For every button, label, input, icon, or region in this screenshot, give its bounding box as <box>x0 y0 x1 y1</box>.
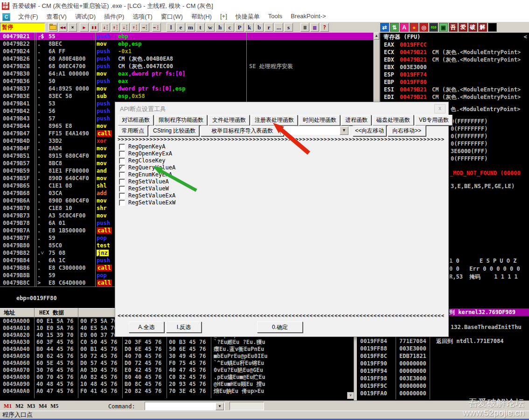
checkbox-row-RegOpenKeyExA[interactable]: RegOpenKeyExA <box>119 150 175 157</box>
checkbox-row-RegSetValueW[interactable]: RegSetValueW <box>119 185 175 192</box>
disasm-row[interactable]: 00479B30.64:A1 000000moveax,dword ptr fs… <box>0 70 373 77</box>
checkbox-checked[interactable] <box>119 165 125 171</box>
hexdump-row[interactable]: 0049A06060 5E 45 76D0 57 45 76D0 72 45 7… <box>0 360 354 367</box>
tab-枚举目标程序导入表函数[interactable]: 枚举目标程序导入表函数 <box>201 126 284 136</box>
register-row[interactable]: EDX00479B21CM (灰色.<ModuleEntryPoint> <box>380 56 529 63</box>
restart-icon[interactable]: ◀◀ <box>58 23 67 32</box>
checkbox-unchecked[interactable] <box>119 200 125 206</box>
po-icon[interactable]: 破 <box>468 23 477 32</box>
tab-时间处理函数[interactable]: 时间处理函数 <box>299 115 340 126</box>
swap-icon[interactable]: ⇄ <box>380 23 389 32</box>
select-all-button[interactable]: A.全选 <box>129 322 164 333</box>
dialog-title-bar[interactable]: API断点设置工具 x <box>115 102 448 114</box>
child-window-icon[interactable]: C <box>2 13 10 21</box>
sort-icon[interactable]: ⇅ <box>390 23 399 32</box>
wu-icon[interactable]: 吾 <box>449 23 458 32</box>
memory-tab-M4[interactable]: M4 <box>39 403 47 410</box>
checkbox-unchecked[interactable] <box>119 193 125 199</box>
chevron-down-icon[interactable]: ▼ <box>216 403 224 410</box>
hexdump-row[interactable]: 0049A040B0 44 45 7600 B1 45 76D0 6E 45 7… <box>0 346 354 353</box>
register-row[interactable]: ECX00479B21CM (灰色.<ModuleEntryPoint> <box>380 49 529 56</box>
pause-icon[interactable]: ▮▮ <box>90 23 98 32</box>
tab-磁盘处理函数[interactable]: 磁盘处理函数 <box>373 115 414 126</box>
panel-button-b[interactable]: b <box>255 23 264 32</box>
disasm-row[interactable]: 00479B21┌$55pushebp <box>0 33 373 40</box>
hexdump-row[interactable]: 0049A05080 62 45 7650 72 45 7640 70 45 7… <box>0 353 354 360</box>
memory-tab-M5[interactable]: M5 <box>50 403 58 410</box>
ai-icon[interactable]: 爱 <box>459 23 467 32</box>
stack-row[interactable]: 0019FF84771E7084返回到 ntdll.771E7084 <box>357 337 529 345</box>
patch-window-icon[interactable]: ▦ <box>310 23 319 32</box>
register-row[interactable]: ESP0019FF74 <box>380 71 529 78</box>
jie-icon[interactable]: 解 <box>478 23 487 32</box>
assemble-icon[interactable]: A <box>400 23 409 32</box>
menu-item-D[interactable]: 调试(D) <box>71 13 100 21</box>
panel-button-e[interactable]: e <box>176 23 185 32</box>
hexdump-row[interactable]: 0049A08000 70 45 76A0 82 45 7680 40 45 7… <box>0 374 354 381</box>
disasm-row[interactable]: 00479B37.64:8925 0000movdword ptr fs:[0]… <box>0 85 373 92</box>
checkbox-row-RegSetValueExW[interactable]: RegSetValueExW <box>119 199 175 206</box>
panel-button-P[interactable]: P <box>235 23 244 32</box>
goto-icon[interactable]: →⋮ <box>152 23 161 32</box>
checkbox-unchecked[interactable] <box>119 151 125 157</box>
checkbox-row-RegSetValueA[interactable]: RegSetValueA <box>119 178 175 185</box>
help-icon[interactable]: ? <box>320 23 329 32</box>
memory-tab-M1[interactable]: M1 <box>4 403 12 410</box>
menu-item-P[interactable]: 插件(P) <box>100 13 128 21</box>
tab-常用断点[interactable]: 常用断点 <box>118 126 148 136</box>
move-left-button[interactable]: <<向左移动 <box>353 126 386 136</box>
function-group-dropdown[interactable]: ▼ <box>280 126 349 135</box>
breakpoint-list-icon[interactable]: ≡ <box>300 23 309 32</box>
menu-item-[interactable]: 快捷菜单 <box>231 13 264 21</box>
scroll-up-icon[interactable]: ▲ <box>374 33 379 40</box>
binary-icon[interactable]: 010 <box>429 23 438 32</box>
checkbox-row-RegQueryValueA[interactable]: RegQueryValueA <box>119 164 175 171</box>
register-row[interactable]: EAX0019FFCC <box>380 41 529 49</box>
panel-button-l[interactable]: l <box>167 23 175 32</box>
stack-row[interactable]: 0019FF88003E3000 <box>357 345 529 352</box>
tab-对话框函数[interactable]: 对话框函数 <box>118 115 153 126</box>
command-input[interactable]: ▼ <box>145 402 225 410</box>
panel-button-dots[interactable]: ... <box>274 23 283 32</box>
checkbox-unchecked[interactable] <box>119 158 125 164</box>
checkbox-row-RegCloseKey[interactable]: RegCloseKey <box>119 157 175 164</box>
monitor-icon[interactable]: ▣ <box>439 23 448 32</box>
stack-row[interactable]: 0019FF9000000000 <box>357 360 529 367</box>
panel-button-s[interactable]: s <box>284 23 293 32</box>
stack-row[interactable]: 0019FFA000000000 <box>357 390 529 397</box>
black-square[interactable] <box>488 23 497 32</box>
hexdump-row[interactable]: 0049A07030 76 45 76A0 3D 45 76E0 42 45 7… <box>0 367 354 374</box>
tab-注册表处理函数[interactable]: 注册表处理函数 <box>251 115 298 126</box>
collapse-icon[interactable]: < <box>524 33 527 41</box>
register-row[interactable]: EDI00479B21CM (灰色.<ModuleEntryPoint> <box>380 93 529 101</box>
checkbox-unchecked[interactable] <box>119 179 125 185</box>
panel-button-h[interactable]: h <box>216 23 224 32</box>
register-row[interactable]: EBX003E3000 <box>380 63 529 71</box>
checkbox-unchecked[interactable] <box>119 186 125 192</box>
step-over-icon[interactable]: ↑┆ <box>111 23 120 32</box>
chevron-down-icon[interactable]: ▼ <box>340 126 348 135</box>
menu-item-W[interactable]: 窗口(W) <box>157 13 187 21</box>
menu-item-[interactable]: [+] <box>216 13 231 21</box>
panel-button-c[interactable]: c <box>225 23 234 32</box>
panel-button-m[interactable]: m <box>186 23 195 32</box>
open-folder-icon[interactable] <box>49 23 57 32</box>
move-right-button[interactable]: 向右移动>> <box>388 126 426 136</box>
stack-row[interactable]: 0019FF98003E3000 <box>357 375 529 382</box>
memory-tab-M3[interactable]: M3 <box>27 403 35 410</box>
stack-row[interactable]: 0019FF9C00000000 <box>357 382 529 390</box>
execute-till-return-icon[interactable]: →┆ <box>140 23 149 32</box>
register-row[interactable]: EBP0019FF80 <box>380 78 529 86</box>
hexdump-row[interactable]: 0049A09040 48 45 7610 48 45 76B0 8C 45 7… <box>0 381 354 388</box>
disasm-row[interactable]: 00479B36.50pusheax <box>0 77 373 85</box>
hexdump-row[interactable]: 0049A03060 3F 45 76C0 50 45 7620 3F 45 7… <box>0 339 354 346</box>
menu-item-F[interactable]: 文件(F) <box>14 13 42 21</box>
hexdump-row[interactable]: 0049A0A0A0 47 45 76F0 41 45 7620 82 45 7… <box>0 388 354 395</box>
stack-row[interactable]: 0019FF8CEDB71821 <box>357 352 529 360</box>
target-icon[interactable]: ◎ <box>419 23 428 32</box>
panel-button-k[interactable]: k <box>245 23 254 32</box>
close-icon[interactable]: x <box>434 104 445 113</box>
menu-item-H[interactable]: 帮助(H) <box>187 13 216 21</box>
ok-button[interactable]: 0.确定 <box>257 322 303 333</box>
menu-item-BreakPoint[interactable]: BreakPoint-> <box>286 13 330 21</box>
